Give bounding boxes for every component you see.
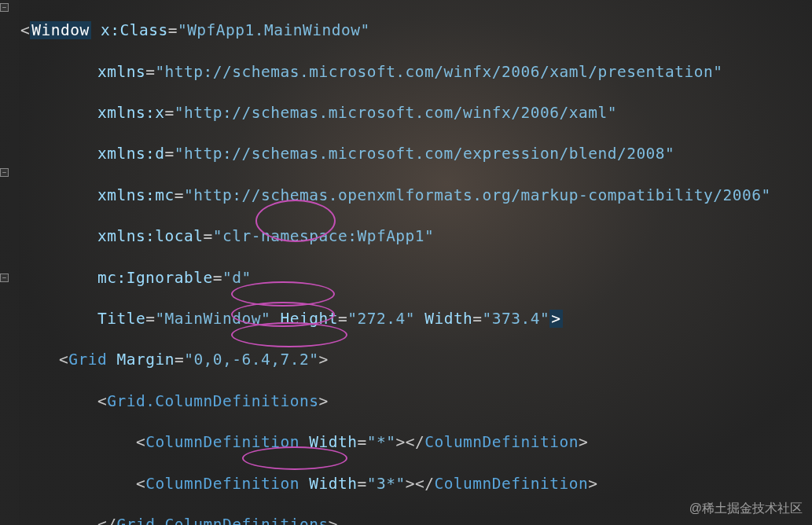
- tag-coldef: ColumnDefinition: [145, 433, 299, 451]
- val-height: "272.4": [347, 310, 415, 328]
- val-width: "373.4": [483, 310, 550, 328]
- tag-coldefs-close: Grid.ColumnDefinitions: [116, 516, 328, 525]
- attr-xclass: x:Class: [101, 21, 168, 39]
- attr-margin: Margin: [116, 351, 174, 369]
- attr-height: Height: [281, 310, 338, 328]
- fold-toggle-icon[interactable]: −: [0, 3, 9, 12]
- attr-col-width: Width: [309, 475, 357, 493]
- tag-grid: Grid: [68, 351, 107, 369]
- tag-coldefs: Grid.ColumnDefinitions: [107, 392, 318, 410]
- attr-xmlns-local: xmlns:local: [97, 227, 204, 245]
- attr-xmlns: xmlns: [97, 63, 145, 81]
- attr-width: Width: [424, 310, 472, 328]
- val-xmlns: "http://schemas.microsoft.com/winfx/2006…: [155, 63, 722, 81]
- val-xmlns-local: "clr-namespace:WpfApp1": [213, 227, 435, 245]
- attr-title: Title: [97, 310, 145, 328]
- attr-xmlns-x: xmlns:x: [97, 104, 165, 122]
- tag-window: Window: [30, 21, 90, 39]
- attr-xmlns-d: xmlns:d: [97, 145, 165, 163]
- val-xmlns-mc: "http://schemas.openxmlformats.org/marku…: [184, 186, 771, 204]
- fold-toggle-icon[interactable]: −: [0, 168, 9, 177]
- attr-col-width: Width: [309, 433, 357, 451]
- watermark-text: @稀土掘金技术社区: [689, 498, 803, 519]
- code-gutter: − − −: [0, 0, 19, 525]
- val-xclass: "WpfApp1.MainWindow": [178, 21, 370, 39]
- val-col-w2: "3*": [367, 475, 406, 493]
- val-title: "MainWindow": [155, 310, 270, 328]
- val-xmlns-d: "http://schemas.microsoft.com/expression…: [175, 145, 674, 163]
- fold-toggle-icon[interactable]: −: [0, 274, 9, 282]
- val-col-w1: "*": [367, 433, 396, 451]
- tag-coldef-close: ColumnDefinition: [424, 433, 579, 451]
- val-mc-ignorable: "d": [222, 269, 252, 287]
- tag-coldef-close: ColumnDefinition: [434, 475, 588, 493]
- val-xmlns-x: "http://schemas.microsoft.com/winfx/2006…: [175, 104, 617, 122]
- tag-coldef: ColumnDefinition: [145, 475, 299, 493]
- attr-mc-ignorable: mc:Ignorable: [97, 269, 213, 287]
- attr-xmlns-mc: xmlns:mc: [97, 186, 175, 204]
- val-margin: "0,0,-6.4,7.2": [184, 351, 318, 369]
- code-editor-content[interactable]: <Window x:Class="WpfApp1.MainWindow" xml…: [20, 0, 812, 525]
